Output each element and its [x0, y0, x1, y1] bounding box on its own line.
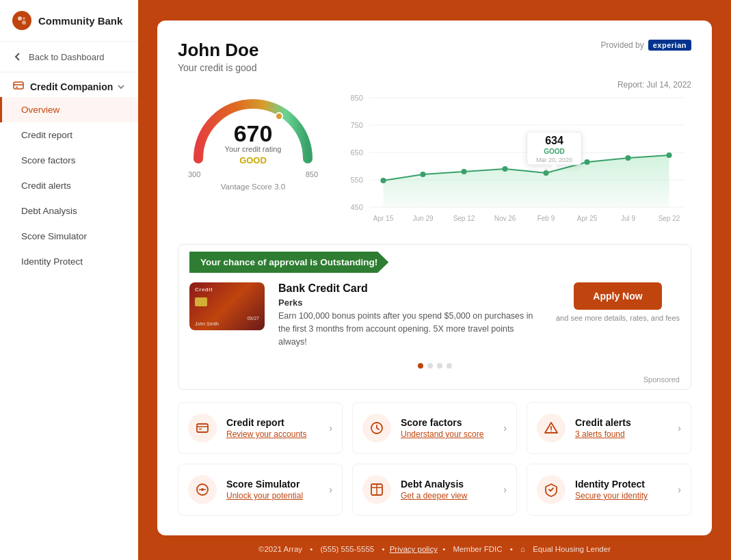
svg-text:450: 450 [351, 203, 363, 211]
credit-alerts-title: Credit alerts [575, 417, 668, 428]
gauge-max: 850 [306, 170, 318, 178]
footer-housing: Equal Housing Lender [533, 545, 611, 553]
carousel-dot-4[interactable] [447, 363, 452, 369]
svg-point-1 [22, 21, 26, 25]
offer-row: Credit John Smith 09/27 Bank Credit Card… [178, 273, 691, 359]
chart-container: Report: Jul 14, 2022 850 750 650 550 450 [342, 80, 691, 232]
svg-text:634: 634 [545, 135, 563, 146]
sidebar-logo: Community Bank [0, 0, 138, 42]
debt-analysis-arrow-icon: › [503, 484, 507, 495]
identity-protect-icon [544, 482, 559, 497]
sidebar-item-credit-alerts[interactable]: Credit alerts [0, 173, 138, 198]
score-factors-sub: Understand your score [401, 429, 494, 439]
section-label: Credit Companion [30, 81, 113, 92]
credit-alerts-icon [544, 421, 559, 436]
debt-analysis-icon [369, 482, 384, 497]
sidebar-section: Credit Companion [0, 72, 138, 97]
card-chip [195, 297, 207, 306]
credit-report-title: Credit report [226, 417, 319, 428]
identity-protect-sub: Secure your identity [575, 491, 668, 501]
approval-banner-row: Your chance of approval is Outstanding! [178, 245, 691, 273]
carousel-dot-2[interactable] [427, 363, 433, 369]
back-to-dashboard-button[interactable]: Back to Dashboard [0, 42, 138, 72]
vantage-label: Vantage Score 3.0 [221, 183, 285, 191]
svg-text:Mar 20, 2020: Mar 20, 2020 [536, 157, 572, 163]
gauge-container: 670 Your credit rating GOOD 300 850 Vant… [178, 80, 328, 191]
offer-title: Bank Credit Card [278, 282, 542, 295]
svg-point-23 [462, 169, 467, 174]
score-factors-icon-container [362, 414, 391, 442]
carousel-dot-3[interactable] [437, 363, 442, 369]
svg-marker-20 [384, 155, 669, 207]
experian-logo: experian [648, 40, 691, 51]
back-label: Back to Dashboard [29, 52, 105, 62]
svg-text:750: 750 [351, 121, 363, 129]
credit-status: Your credit is good [178, 62, 258, 73]
sidebar-nav: Overview Credit report Score factors Cre… [0, 97, 138, 274]
score-simulator-arrow-icon: › [329, 484, 332, 495]
svg-text:Feb 9: Feb 9 [537, 215, 555, 222]
card-holder-name: John Smith [195, 321, 219, 326]
debt-analysis-title: Debt Analysis [401, 479, 494, 490]
feature-score-simulator[interactable]: Score Simulator Unlock your potential › [178, 464, 343, 516]
footer-separator-2: • [382, 545, 386, 553]
footer-privacy-link[interactable]: Privacy policy [390, 545, 438, 553]
footer: ©2021 Array • (555) 555-5555 • Privacy p… [157, 535, 712, 560]
footer-separator-3: • [442, 545, 447, 553]
score-history-chart: 850 750 650 550 450 [342, 92, 691, 229]
sidebar-item-debt-analysis[interactable]: Debt Analysis [0, 198, 138, 224]
card-expiry: 09/27 [247, 316, 259, 321]
svg-text:Nov 26: Nov 26 [494, 215, 516, 222]
logo-text: Community Bank [38, 15, 122, 27]
offer-details: Bank Credit Card Perks Earn 100,000 bonu… [278, 282, 542, 348]
sidebar-item-overview[interactable]: Overview [0, 97, 138, 122]
feature-score-factors[interactable]: Score factors Understand your score › [352, 402, 517, 454]
carousel-dots [178, 359, 691, 375]
svg-text:Apr 25: Apr 25 [577, 215, 598, 222]
svg-text:GOOD: GOOD [544, 148, 565, 155]
credit-report-icon [195, 421, 210, 436]
sidebar-item-score-factors[interactable]: Score factors [0, 148, 138, 173]
identity-protect-icon-container [537, 475, 566, 504]
score-simulator-sub: Unlock your potential [226, 491, 319, 501]
credit-report-sub: Review your accounts [226, 429, 319, 439]
user-name: John Doe [178, 40, 258, 61]
credit-report-text: Credit report Review your accounts [226, 417, 319, 439]
gauge-labels: 300 850 [188, 170, 318, 178]
back-arrow-icon [12, 51, 23, 62]
svg-point-26 [585, 159, 590, 165]
score-simulator-icon-container [188, 475, 217, 504]
sponsored-label: Sponsored [178, 375, 691, 389]
debt-analysis-text: Debt Analysis Get a deeper view [401, 479, 494, 501]
feature-identity-protect[interactable]: Identity Protect Secure your identity › [527, 464, 691, 516]
feature-debt-analysis[interactable]: Debt Analysis Get a deeper view › [352, 464, 517, 516]
score-factors-icon [369, 421, 384, 436]
feature-credit-report[interactable]: Credit report Review your accounts › [178, 402, 343, 454]
score-simulator-icon [195, 482, 210, 497]
sidebar-item-score-simulator[interactable]: Score Simulator [0, 224, 138, 249]
feature-grid: Credit report Review your accounts › Sco… [178, 402, 691, 516]
credit-report-arrow-icon: › [329, 423, 332, 434]
carousel-dot-1[interactable] [418, 363, 423, 369]
svg-rect-3 [14, 82, 23, 89]
sidebar-item-identity-protect[interactable]: Identity Protect [0, 249, 138, 274]
svg-text:Sep 12: Sep 12 [453, 215, 475, 222]
score-section: 670 Your credit rating GOOD 300 850 Vant… [178, 80, 691, 232]
provider-info: Provided by experian [600, 40, 691, 51]
svg-marker-33 [552, 165, 557, 169]
sidebar-item-credit-report[interactable]: Credit report [0, 122, 138, 148]
perks-label: Perks [278, 297, 542, 308]
svg-text:Jun 29: Jun 29 [412, 215, 433, 222]
svg-text:GOOD: GOOD [239, 155, 267, 165]
card-label: Credit [195, 286, 213, 293]
svg-text:Apr 15: Apr 15 [373, 215, 394, 222]
svg-point-21 [381, 178, 386, 183]
apply-now-button[interactable]: Apply Now [574, 282, 661, 310]
offer-actions: Apply Now and see more details, rates, a… [556, 282, 680, 322]
svg-point-22 [421, 172, 426, 177]
credit-alerts-sub: 3 alerts found [575, 429, 668, 439]
feature-credit-alerts[interactable]: Credit alerts 3 alerts found › [527, 402, 691, 454]
section-chevron-icon[interactable] [116, 82, 126, 92]
provided-by-label: Provided by [600, 40, 643, 50]
svg-text:850: 850 [351, 94, 363, 102]
